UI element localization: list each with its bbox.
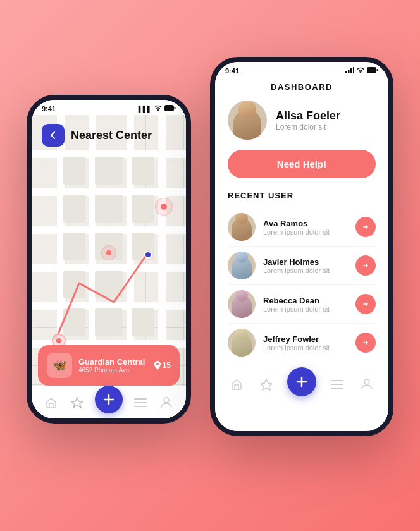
profile-nav-icon[interactable] xyxy=(158,394,175,412)
right-profile-icon[interactable] xyxy=(358,375,376,393)
menu-nav-icon[interactable] xyxy=(132,394,149,412)
user-arrow-4[interactable] xyxy=(355,333,376,353)
location-nav-icon[interactable] xyxy=(68,394,86,412)
user-avatar-3 xyxy=(228,290,256,318)
dashboard-title: DASHBOARD xyxy=(215,77,388,101)
back-button[interactable] xyxy=(42,124,65,147)
user-arrow-3[interactable] xyxy=(355,294,376,314)
right-fab-button[interactable] xyxy=(287,367,316,396)
user-name-3: Rebecca Dean xyxy=(263,296,348,305)
svg-rect-2 xyxy=(166,106,173,111)
home-nav-icon[interactable] xyxy=(42,394,60,412)
phones-container: 9:41 ▌▌▌ xyxy=(27,19,393,512)
card-info: Guardian Central 4652 Photinia Ave xyxy=(78,357,148,374)
right-menu-icon[interactable] xyxy=(328,375,346,393)
right-status-bar: 9:41 xyxy=(215,62,388,77)
user-avatar-1 xyxy=(228,213,256,241)
user-info-3: Rebecca Dean Lorem ipsum dolor sit xyxy=(263,296,348,313)
signal-icon: ▌▌▌ xyxy=(139,106,152,113)
recent-users-title: RECENT USER xyxy=(215,191,388,208)
user-info-1: Ava Ramos Lorem ipsum dolor sit xyxy=(263,219,348,236)
user-avatar-4 xyxy=(228,329,256,357)
profile-section: Alisa Foeler Lorem dolor sit xyxy=(215,101,388,150)
svg-point-11 xyxy=(364,379,369,384)
user-sub-2: Lorem ipsum dolor sit xyxy=(263,267,348,274)
user-arrow-2[interactable] xyxy=(355,255,376,276)
card-distance: 15 xyxy=(154,361,171,370)
list-item: Jeffrey Fowler Lorem ipsum dolor sit xyxy=(228,324,376,362)
user-sub-4: Lorem ipsum dolor sit xyxy=(263,344,348,351)
blue-dot xyxy=(144,251,152,259)
svg-rect-4 xyxy=(345,71,347,73)
right-bottom-nav xyxy=(215,367,388,401)
user-sub-3: Lorem ipsum dolor sit xyxy=(263,305,348,313)
left-header: Nearest Center xyxy=(32,118,186,153)
wifi-icon xyxy=(154,105,163,113)
dashboard-content: DASHBOARD Alisa Foeler Lorem dolor sit N… xyxy=(215,77,388,431)
user-info-2: Javier Holmes Lorem ipsum dolor sit xyxy=(263,257,348,274)
avatar xyxy=(228,101,267,140)
phone-left: 9:41 ▌▌▌ xyxy=(27,95,191,424)
profile-subtitle: Lorem dolor sit xyxy=(276,123,340,131)
battery-icon xyxy=(164,105,176,113)
fab-button[interactable] xyxy=(95,386,123,413)
map-pin-2 xyxy=(101,245,116,260)
need-help-button[interactable]: Need Help! xyxy=(228,150,376,178)
svg-rect-10 xyxy=(368,68,376,73)
right-wifi-icon xyxy=(356,67,365,75)
left-time: 9:41 xyxy=(42,105,56,113)
card-address: 4652 Photinia Ave xyxy=(78,367,148,374)
right-location-icon[interactable] xyxy=(257,375,275,393)
left-status-icons: ▌▌▌ xyxy=(139,105,176,113)
profile-info: Alisa Foeler Lorem dolor sit xyxy=(276,109,340,131)
right-status-icons xyxy=(345,67,378,75)
svg-rect-9 xyxy=(377,69,378,71)
right-time: 9:41 xyxy=(225,67,239,75)
page-title: Nearest Center xyxy=(71,129,152,142)
svg-rect-5 xyxy=(348,70,350,73)
map-pin-1 xyxy=(155,198,173,216)
user-avatar-2 xyxy=(228,252,256,279)
svg-rect-6 xyxy=(350,68,352,73)
left-bottom-nav xyxy=(32,386,186,418)
list-item: Javier Holmes Lorem ipsum dolor sit xyxy=(228,247,376,285)
user-name-4: Jeffrey Fowler xyxy=(263,334,348,344)
left-status-bar: 9:41 ▌▌▌ xyxy=(32,100,186,115)
user-arrow-1[interactable] xyxy=(355,217,376,237)
right-signal-icon xyxy=(345,67,354,75)
svg-point-3 xyxy=(164,398,169,403)
avatar-figure xyxy=(233,109,261,140)
right-battery-icon xyxy=(367,67,378,75)
phone-right: 9:41 DASHBOARD xyxy=(210,57,393,436)
svg-rect-1 xyxy=(175,107,176,109)
location-card[interactable]: 🦋 Guardian Central 4652 Photinia Ave 15 xyxy=(38,345,180,386)
user-info-4: Jeffrey Fowler Lorem ipsum dolor sit xyxy=(263,334,348,351)
svg-rect-7 xyxy=(353,67,354,73)
right-home-icon[interactable] xyxy=(228,375,245,393)
list-item: Rebecca Dean Lorem ipsum dolor sit xyxy=(228,285,376,324)
list-item: Ava Ramos Lorem ipsum dolor sit xyxy=(228,208,376,247)
user-sub-1: Lorem ipsum dolor sit xyxy=(263,228,348,236)
card-icon: 🦋 xyxy=(47,353,72,378)
profile-name: Alisa Foeler xyxy=(276,109,340,123)
user-name-2: Javier Holmes xyxy=(263,257,348,267)
user-name-1: Ava Ramos xyxy=(263,219,348,228)
card-name: Guardian Central xyxy=(78,357,148,367)
user-list: Ava Ramos Lorem ipsum dolor sit xyxy=(215,208,388,362)
